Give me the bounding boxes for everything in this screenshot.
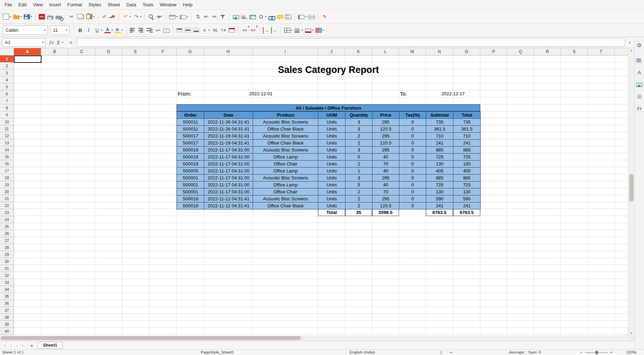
report-header-uom[interactable]: UOM: [318, 112, 346, 119]
report-cell[interactable]: Units: [318, 195, 346, 202]
report-header-date[interactable]: Date: [204, 112, 253, 119]
column-header-S[interactable]: S: [561, 48, 588, 55]
report-cell[interactable]: 0: [399, 119, 426, 126]
align-center-button[interactable]: [137, 25, 146, 36]
last-sheet-button[interactable]: »: [20, 343, 26, 347]
report-cell[interactable]: Units: [318, 168, 346, 175]
report-cell[interactable]: 0: [399, 140, 426, 147]
horizontal-scroll-thumb[interactable]: [1, 336, 301, 340]
report-cell[interactable]: Units: [318, 119, 346, 126]
menu-file[interactable]: File: [1, 1, 15, 9]
menu-format[interactable]: Format: [64, 1, 86, 9]
report-cell[interactable]: 70: [372, 161, 399, 168]
font-name-combo[interactable]: Calibri ▾: [2, 25, 48, 35]
report-cell[interactable]: 2022-11-19 04:31:41: [204, 140, 253, 147]
undo-button[interactable]: ↶▾: [121, 12, 132, 22]
sum-dropdown-icon[interactable]: ▾: [60, 41, 65, 44]
format-as-currency-dropdown-icon[interactable]: ▾: [208, 29, 210, 32]
add-decimal-place-button[interactable]: 0.0: [240, 25, 249, 36]
report-cell[interactable]: 405: [426, 168, 453, 175]
underline-dropdown-icon[interactable]: ▾: [101, 29, 102, 32]
row-header-25[interactable]: 25: [0, 223, 14, 230]
report-cell[interactable]: 725: [453, 154, 481, 161]
report-cell[interactable]: 40: [372, 182, 399, 188]
function-wizard-button[interactable]: ƒx: [47, 38, 55, 47]
column-header-I[interactable]: I: [253, 48, 318, 55]
report-cell[interactable]: 725: [453, 182, 481, 188]
report-cell[interactable]: 3: [346, 175, 372, 182]
row-header-23[interactable]: 23: [0, 209, 14, 216]
report-cell[interactable]: 885: [426, 147, 453, 154]
center-vertically-button[interactable]: [184, 25, 192, 36]
border-color-dropdown-icon[interactable]: ▾: [312, 29, 313, 32]
report-cell[interactable]: S00019: [177, 161, 204, 168]
report-cell[interactable]: 5: [346, 182, 372, 188]
new-document-button[interactable]: ▾: [2, 12, 12, 22]
zoom-slider[interactable]: [585, 352, 608, 353]
row-header-16[interactable]: 16: [0, 160, 14, 167]
report-cell[interactable]: 130: [426, 188, 453, 195]
report-cell[interactable]: Units: [318, 202, 346, 209]
column-header-P[interactable]: P: [480, 48, 507, 55]
menu-styles[interactable]: Styles: [86, 1, 105, 9]
row-header-18[interactable]: 18: [0, 174, 14, 181]
row-dropdown-icon[interactable]: ▾: [176, 15, 178, 18]
category-banner[interactable]: All / Saleable / Office Furniture: [177, 104, 480, 111]
spelling-button[interactable]: ABC: [155, 12, 164, 22]
from-date-value[interactable]: 2022-12-01: [204, 90, 318, 97]
total-price[interactable]: 2096.5: [372, 209, 399, 216]
column-header-H[interactable]: H: [204, 48, 253, 55]
report-header-product[interactable]: Product: [253, 112, 318, 119]
report-cell[interactable]: S00017: [177, 133, 204, 140]
menu-sheet[interactable]: Sheet: [104, 1, 123, 9]
row-header-21[interactable]: 21: [0, 195, 14, 202]
report-cell[interactable]: 295: [372, 175, 399, 182]
format-as-percent-button[interactable]: %: [211, 25, 219, 36]
export-pdf-button[interactable]: PDF: [38, 12, 46, 22]
align-left-button[interactable]: [129, 25, 137, 36]
font-size-combo[interactable]: 11 ▾: [50, 25, 69, 35]
column-header-Q[interactable]: Q: [507, 48, 534, 55]
report-title[interactable]: Sales Category Report: [177, 62, 480, 76]
report-cell[interactable]: 2022-11-12 04:31:41: [204, 202, 253, 209]
report-cell[interactable]: 735: [453, 119, 481, 126]
report-cell[interactable]: 2: [346, 188, 372, 195]
menu-view[interactable]: View: [30, 1, 46, 9]
row-header-14[interactable]: 14: [0, 146, 14, 153]
row-header-35[interactable]: 35: [0, 293, 14, 300]
column-header-J[interactable]: J: [318, 48, 345, 55]
row-header-30[interactable]: 30: [0, 258, 14, 265]
wrap-text-button[interactable]: ↩: [154, 25, 162, 36]
insert-mode-indicator[interactable]: I: [441, 350, 442, 355]
column-header-L[interactable]: L: [372, 48, 399, 55]
zoom-slider-thumb[interactable]: [595, 351, 598, 354]
paste-dropdown-icon[interactable]: ▾: [93, 15, 95, 18]
row-header-27[interactable]: 27: [0, 237, 14, 244]
format-as-number-button[interactable]: 7.4: [219, 25, 228, 36]
report-cell[interactable]: 710: [426, 133, 453, 140]
row-header-7[interactable]: 7: [0, 97, 14, 104]
sheet-tab-sheet1[interactable]: Sheet1: [38, 342, 62, 349]
row-header-2[interactable]: 2: [0, 62, 14, 69]
align-bottom-button[interactable]: [192, 25, 200, 36]
sort-ascending-button[interactable]: AZ↓: [202, 12, 210, 22]
menu-insert[interactable]: Insert: [46, 1, 64, 9]
row-header-1[interactable]: 1: [0, 56, 14, 62]
report-cell[interactable]: 0: [399, 154, 426, 161]
report-cell[interactable]: 735: [426, 119, 453, 126]
insert-hyperlink-button[interactable]: [267, 12, 276, 22]
save-dropdown-icon[interactable]: ▾: [31, 15, 32, 18]
split-window-button[interactable]: [308, 12, 316, 22]
report-cell[interactable]: Units: [318, 140, 346, 147]
report-cell[interactable]: S00001: [177, 175, 204, 182]
freeze-rows-and-columns-dropdown-icon[interactable]: ▾: [305, 15, 306, 18]
format-as-date-button[interactable]: [228, 25, 236, 36]
page-style-status[interactable]: PageStyle_Sheet1: [201, 350, 234, 355]
row-header-10[interactable]: 10: [0, 118, 14, 125]
selection-stats[interactable]: Average: ; Sum: 0: [509, 350, 541, 355]
row-header-28[interactable]: 28: [0, 244, 14, 251]
report-cell[interactable]: 0: [399, 126, 426, 133]
row-header-38[interactable]: 38: [0, 314, 14, 321]
menu-edit[interactable]: Edit: [15, 1, 30, 9]
total-label[interactable]: Total: [318, 209, 345, 216]
